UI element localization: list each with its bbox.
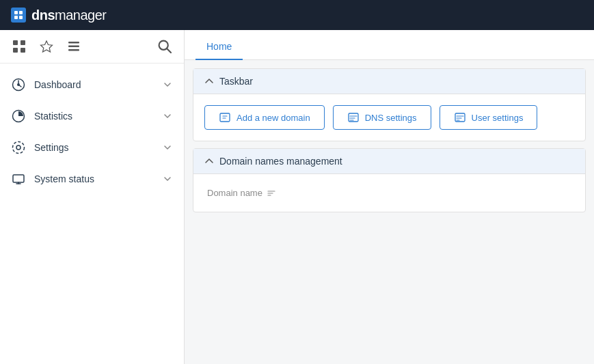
list-icon[interactable]	[66, 38, 82, 55]
svg-rect-1	[19, 11, 23, 14]
sort-icon	[267, 188, 276, 198]
svg-line-13	[167, 48, 171, 53]
domain-table: Domain name	[193, 174, 585, 212]
svg-point-20	[13, 142, 25, 154]
statistics-icon	[11, 109, 26, 124]
domain-management-header: Domain names management	[193, 149, 585, 174]
sidebar-item-statistics[interactable]: Statistics	[0, 100, 184, 132]
logo: dnsmanager	[11, 8, 107, 23]
svg-rect-11	[68, 49, 79, 51]
svg-rect-7	[21, 48, 25, 53]
system-status-label: System status	[34, 173, 154, 184]
svg-rect-21	[13, 175, 24, 182]
svg-rect-4	[13, 40, 18, 45]
svg-rect-10	[68, 46, 79, 48]
svg-marker-8	[41, 41, 53, 52]
user-settings-icon	[454, 111, 466, 124]
svg-rect-6	[13, 48, 18, 53]
taskbar-section: Taskbar Add a new domain	[193, 68, 586, 141]
system-status-chevron	[162, 173, 173, 184]
svg-rect-9	[68, 42, 79, 44]
svg-point-19	[16, 145, 21, 150]
system-status-icon	[11, 171, 26, 186]
add-domain-icon	[219, 111, 231, 124]
dashboard-icon	[11, 77, 26, 92]
sidebar: Dashboard Statistics	[0, 30, 185, 364]
svg-rect-3	[19, 16, 23, 19]
tabs-bar: Home	[185, 30, 594, 60]
dns-settings-button[interactable]: DNS settings	[333, 105, 431, 130]
settings-chevron	[162, 142, 173, 153]
logo-text: dnsmanager	[31, 8, 107, 23]
svg-rect-2	[14, 16, 18, 19]
domain-management-collapse-icon[interactable]	[204, 156, 214, 166]
user-settings-button[interactable]: User settings	[440, 105, 538, 130]
svg-rect-0	[14, 11, 18, 14]
statistics-label: Statistics	[34, 111, 154, 122]
sidebar-nav: Dashboard Statistics	[0, 64, 184, 364]
domain-table-header: Domain name	[204, 182, 574, 204]
sidebar-item-settings[interactable]: Settings	[0, 132, 184, 163]
logo-icon	[11, 8, 26, 23]
search-icon[interactable]	[157, 38, 173, 55]
add-domain-label: Add a new domain	[237, 113, 310, 123]
content-area: Home Taskbar	[185, 30, 594, 364]
settings-icon	[11, 140, 26, 155]
dashboard-chevron	[162, 79, 173, 90]
sidebar-item-system-status[interactable]: System status	[0, 163, 184, 195]
svg-rect-5	[21, 40, 25, 45]
dns-settings-label: DNS settings	[365, 113, 417, 123]
taskbar-collapse-icon[interactable]	[204, 76, 214, 86]
statistics-chevron	[162, 111, 173, 122]
domain-name-column-label: Domain name	[207, 188, 262, 198]
app-header: dnsmanager	[0, 0, 594, 30]
taskbar-header: Taskbar	[193, 69, 585, 94]
content-panels: Taskbar Add a new domain	[185, 60, 594, 364]
domain-management-section: Domain names management Domain name	[193, 148, 586, 212]
domain-management-title: Domain names management	[219, 156, 342, 167]
star-icon[interactable]	[38, 38, 55, 55]
tab-home[interactable]: Home	[195, 34, 243, 60]
dashboard-label: Dashboard	[34, 79, 154, 90]
taskbar-title: Taskbar	[219, 76, 253, 87]
sidebar-item-dashboard[interactable]: Dashboard	[0, 69, 184, 100]
sidebar-toolbar	[0, 30, 184, 64]
dns-settings-icon	[347, 111, 360, 124]
add-domain-button[interactable]: Add a new domain	[204, 105, 325, 130]
taskbar-buttons: Add a new domain DNS settings	[193, 94, 585, 141]
settings-label: Settings	[34, 142, 154, 153]
grid-icon[interactable]	[11, 38, 27, 55]
user-settings-label: User settings	[472, 113, 524, 123]
svg-rect-24	[220, 113, 230, 122]
